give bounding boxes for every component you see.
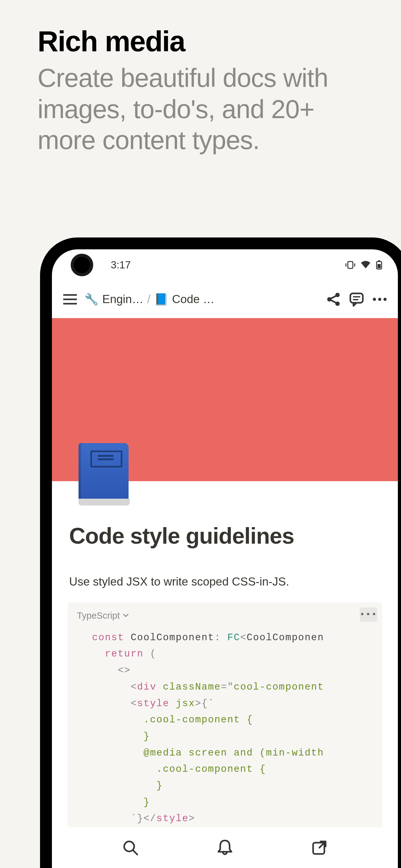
menu-button[interactable] bbox=[61, 290, 79, 308]
code-content[interactable]: const CoolComponent: FC<CoolComponen ret… bbox=[77, 629, 382, 860]
code-language-label: TypeScript bbox=[77, 611, 120, 621]
svg-point-17 bbox=[373, 298, 376, 301]
breadcrumb[interactable]: 🔧 Engin… / 📘 Code … bbox=[84, 293, 319, 306]
selfie-camera bbox=[71, 254, 93, 276]
bottom-nav bbox=[52, 827, 398, 868]
wrench-icon: 🔧 bbox=[84, 293, 98, 306]
comments-button[interactable] bbox=[348, 290, 365, 308]
svg-line-21 bbox=[133, 850, 137, 855]
svg-rect-14 bbox=[350, 293, 363, 303]
page-icon-book[interactable] bbox=[79, 443, 128, 502]
breadcrumb-separator: / bbox=[147, 293, 150, 306]
promo-heading: Rich media bbox=[37, 25, 185, 58]
status-bar: 3:17 bbox=[52, 249, 398, 281]
book-icon: 📘 bbox=[154, 293, 168, 306]
svg-line-13 bbox=[331, 300, 336, 303]
svg-rect-5 bbox=[377, 264, 381, 268]
nav-notifications[interactable] bbox=[216, 838, 234, 857]
svg-rect-0 bbox=[348, 261, 353, 269]
more-button[interactable] bbox=[371, 290, 389, 308]
vibrate-icon bbox=[345, 261, 355, 269]
svg-line-12 bbox=[331, 296, 336, 299]
nav-search[interactable] bbox=[121, 838, 140, 857]
status-time: 3:17 bbox=[111, 259, 131, 271]
page-title[interactable]: Code style guidelines bbox=[69, 523, 381, 549]
svg-point-18 bbox=[378, 298, 381, 301]
nav-compose[interactable] bbox=[310, 838, 329, 857]
app-bar: 🔧 Engin… / 📘 Code … bbox=[52, 281, 398, 318]
wifi-icon bbox=[360, 261, 371, 269]
battery-icon bbox=[376, 260, 382, 270]
page-text[interactable]: Use styled JSX to write scoped CSS-in-JS… bbox=[69, 574, 381, 590]
phone-frame: 3:17 🔧 Engin… / 📘 bbox=[40, 238, 401, 868]
promo-subtitle: Create beautiful docs with images, to-do… bbox=[37, 62, 373, 156]
phone-screen: 3:17 🔧 Engin… / 📘 bbox=[52, 249, 398, 868]
svg-rect-4 bbox=[378, 260, 380, 261]
share-button[interactable] bbox=[325, 290, 342, 308]
breadcrumb-item[interactable]: Code … bbox=[172, 293, 214, 306]
code-language-selector[interactable]: TypeScript bbox=[77, 611, 382, 621]
chevron-down-icon bbox=[123, 614, 128, 617]
code-more-button[interactable]: ••• bbox=[360, 608, 377, 622]
svg-point-19 bbox=[383, 298, 386, 301]
breadcrumb-item[interactable]: Engin… bbox=[102, 293, 144, 306]
